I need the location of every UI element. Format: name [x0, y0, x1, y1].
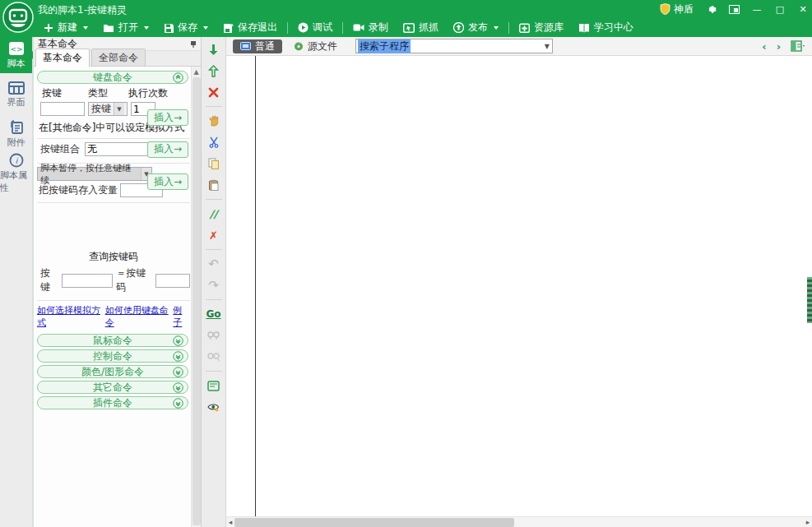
cut-icon[interactable]	[206, 135, 221, 150]
sidebar-item-properties[interactable]: i 脚本属性	[0, 155, 32, 192]
panel-scrollbar-thumb[interactable]	[193, 77, 201, 525]
link-how-use-keyboard[interactable]: 如何使用键盘命令	[105, 304, 174, 329]
shield-badge[interactable]: 神盾	[660, 2, 694, 16]
section-keyboard-commands[interactable]: 键盘命令	[37, 71, 188, 84]
insert-combo-button[interactable]: 插入→	[147, 141, 188, 158]
uncomment-icon[interactable]: ✗	[206, 228, 221, 243]
paste-icon[interactable]	[206, 178, 221, 192]
source-file-icon	[294, 41, 304, 51]
expand-down-icon[interactable]	[173, 382, 183, 393]
move-up-icon[interactable]	[206, 63, 221, 78]
section-mouse-commands[interactable]: 鼠标命令	[37, 334, 188, 347]
minimize-button[interactable]: —	[751, 3, 763, 15]
link-example[interactable]: 例子	[173, 304, 190, 329]
dropdown-caret-icon	[494, 26, 499, 30]
undo-icon[interactable]: ↶	[206, 257, 221, 271]
commands-panel: 基本命令 基本命令 全部命令 键盘命令 按键 类型 执行次数 按键	[33, 37, 202, 527]
scroll-left-icon[interactable]: ◂	[226, 518, 234, 526]
save-button[interactable]: 保存	[156, 18, 216, 37]
find-icon[interactable]	[206, 328, 221, 343]
debug-button[interactable]: 调试	[290, 18, 340, 37]
copy-icon[interactable]	[206, 156, 221, 171]
pin-icon[interactable]	[190, 40, 197, 48]
query-key-input[interactable]	[62, 274, 113, 288]
section-plugin-commands[interactable]: 插件命令	[37, 396, 188, 409]
panel-tab-all[interactable]: 全部命令	[91, 49, 146, 66]
find-next-icon[interactable]	[206, 349, 221, 364]
section-color-graphics-commands[interactable]: 颜色/图形命令	[37, 365, 188, 378]
toolbar-divider	[206, 106, 222, 107]
capture-icon	[403, 23, 415, 33]
query-keycode-input[interactable]	[155, 274, 190, 288]
script-editor-canvas[interactable]	[226, 56, 812, 516]
learn-center-button[interactable]: 学习中心	[571, 18, 641, 37]
insert-pause-button[interactable]: 插入→	[147, 173, 188, 190]
query-keycode-title: 查询按键码	[37, 250, 190, 264]
open-button[interactable]: 打开	[95, 18, 156, 37]
delete-icon[interactable]	[206, 85, 221, 99]
pause-option-dropdown[interactable]: 脚本暂停，按任意键继续 ▼	[37, 167, 152, 181]
divider	[37, 300, 190, 301]
query-key-label: 按键	[40, 266, 58, 294]
screen-view-icon[interactable]	[206, 378, 221, 393]
eye-icon[interactable]	[206, 400, 221, 414]
link-how-choose-simulation[interactable]: 如何选择模拟方式	[37, 304, 105, 329]
horizontal-scrollbar[interactable]: ◂ ▸	[226, 516, 812, 527]
floppy-exit-icon	[223, 23, 234, 33]
maximize-button[interactable]: □	[774, 3, 786, 15]
svg-text:<>: <>	[10, 44, 22, 53]
redo-icon[interactable]: ↷	[206, 278, 221, 293]
resources-button[interactable]: 资源库	[512, 18, 571, 37]
key-combo-input[interactable]	[85, 142, 157, 156]
key-type-dropdown[interactable]: 按键 ▼	[88, 102, 128, 116]
count-label: 执行次数	[128, 86, 168, 100]
expand-down-icon[interactable]	[173, 351, 183, 362]
comment-icon[interactable]: //	[206, 206, 221, 221]
attachment-icon	[9, 120, 24, 135]
record-button[interactable]: 录制	[346, 18, 396, 37]
interface-grid-icon	[8, 81, 25, 95]
panel-tab-basic[interactable]: 基本命令	[35, 49, 90, 67]
section-control-commands[interactable]: 控制命令	[37, 349, 188, 363]
folder-icon	[103, 23, 114, 33]
scroll-up-icon[interactable]: ▲	[192, 67, 201, 76]
toolbar-divider	[206, 249, 222, 250]
nav-prev-button[interactable]: ‹	[762, 40, 766, 53]
sidebar-item-script[interactable]: <> 脚本	[0, 37, 32, 73]
hand-drag-icon[interactable]	[206, 113, 221, 128]
settings-gear-icon[interactable]	[705, 3, 717, 15]
capture-button[interactable]: 抓抓	[396, 18, 446, 37]
new-button[interactable]: 新建	[36, 18, 95, 37]
sidebar-item-label: 脚本属性	[0, 169, 32, 194]
publish-button[interactable]: 发布	[446, 18, 506, 37]
move-down-icon[interactable]	[206, 42, 221, 57]
shield-icon	[660, 3, 670, 15]
tab-normal-view[interactable]: 普通	[233, 39, 282, 53]
insert-key-button[interactable]: 插入→	[147, 109, 188, 126]
nav-next-button[interactable]: ›	[777, 40, 781, 53]
boss-key-icon[interactable]	[728, 3, 740, 15]
save-exit-button[interactable]: 保存退出	[216, 18, 285, 37]
layout-grid-button[interactable]	[791, 40, 805, 52]
publish-circle-icon	[453, 22, 464, 33]
panel-scrollbar[interactable]: ▲	[191, 67, 201, 527]
key-input[interactable]	[40, 102, 85, 116]
horizontal-scrollbar-thumb[interactable]	[234, 518, 514, 527]
close-button[interactable]: ✕	[797, 3, 809, 15]
expand-down-icon[interactable]	[173, 398, 183, 409]
section-other-commands[interactable]: 其它命令	[37, 381, 188, 394]
tab-source-view[interactable]: 源文件	[294, 39, 337, 53]
goto-icon[interactable]: Go	[206, 307, 221, 321]
main-toolbar: 新建 打开 保存 保存退出 调试 录制 抓抓 发布 资源库 学习中心	[0, 18, 812, 37]
collapse-up-icon[interactable]	[173, 72, 183, 83]
scroll-right-icon[interactable]: ▸	[804, 518, 812, 526]
right-panel-grip[interactable]	[807, 277, 812, 323]
sidebar-item-attachment[interactable]: 附件	[0, 116, 32, 152]
flow-line	[255, 56, 256, 516]
subroutine-combobox[interactable]: 搜索子程序 ▼	[355, 39, 553, 53]
toolbar-divider	[342, 22, 343, 34]
expand-down-icon[interactable]	[173, 367, 183, 377]
expand-down-icon[interactable]	[173, 335, 183, 346]
window-title: 我的脚本1-按键精灵	[38, 3, 127, 17]
sidebar-item-interface[interactable]: 界面	[0, 76, 32, 113]
